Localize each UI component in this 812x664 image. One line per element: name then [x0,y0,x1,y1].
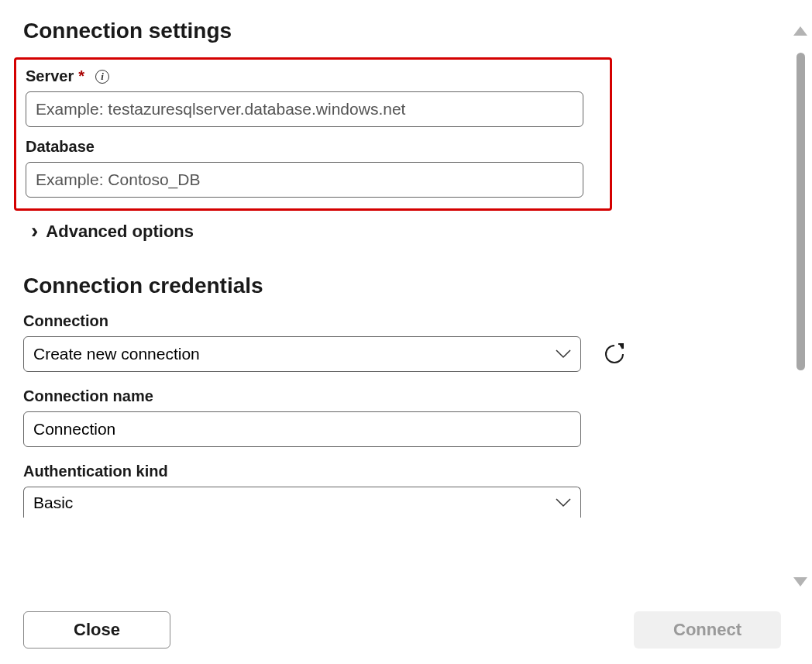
scrollbar[interactable] [793,26,807,587]
server-field-block: Server * i [26,67,600,127]
credentials-heading: Connection credentials [23,274,775,298]
server-input[interactable] [26,91,583,127]
connection-dropdown-value: Create new connection [33,345,200,363]
connection-label-text: Connection [23,312,108,330]
highlight-server-db: Server * i Database [14,57,612,211]
database-label-text: Database [26,138,95,156]
info-icon[interactable]: i [95,70,109,84]
chevron-right-icon [31,220,38,243]
auth-kind-label-text: Authentication kind [23,463,168,480]
scroll-thumb[interactable] [797,53,805,370]
advanced-options-label: Advanced options [46,222,194,242]
scroll-down-icon[interactable] [793,577,807,587]
database-input[interactable] [26,162,583,198]
connection-name-input[interactable] [23,411,581,447]
connect-button[interactable]: Connect [634,611,781,649]
advanced-options-toggle[interactable]: Advanced options [23,220,775,243]
close-button[interactable]: Close [23,611,170,649]
required-asterisk-icon: * [78,67,84,85]
connection-dropdown[interactable]: Create new connection [23,336,581,372]
chevron-down-icon [556,349,571,359]
connection-label: Connection [23,312,775,330]
auth-kind-label: Authentication kind [23,463,775,480]
connection-name-field-block: Connection name [23,387,775,447]
settings-heading: Connection settings [23,19,775,43]
server-label: Server * i [26,67,600,85]
connection-name-label-text: Connection name [23,387,153,405]
auth-kind-dropdown[interactable]: Basic [23,487,581,518]
connection-field-block: Connection Create new connection [23,312,775,372]
scroll-up-icon[interactable] [793,26,807,36]
refresh-icon[interactable] [603,342,626,366]
auth-kind-dropdown-value: Basic [33,494,73,512]
chevron-down-icon [556,498,571,507]
auth-kind-field-block: Authentication kind Basic [23,463,775,518]
database-field-block: Database [26,138,600,198]
connection-name-label: Connection name [23,387,775,405]
footer-bar: Close Connect [23,611,781,649]
database-label: Database [26,138,600,156]
server-label-text: Server [26,67,74,85]
